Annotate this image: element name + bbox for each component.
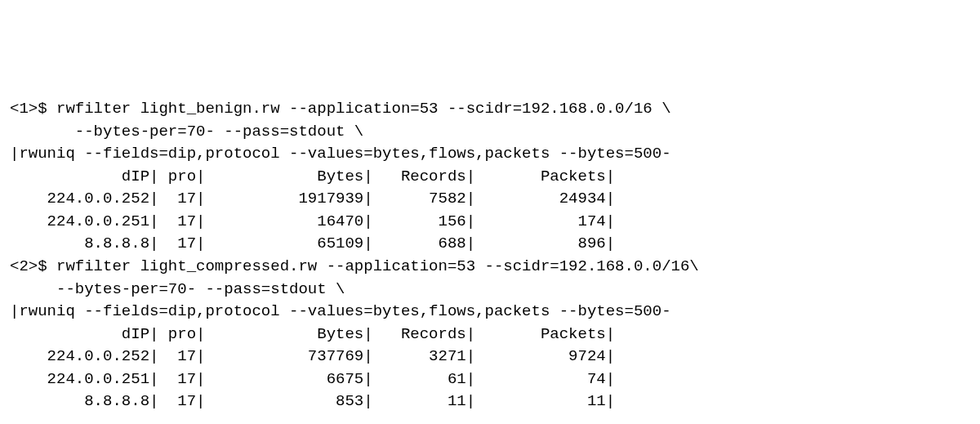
command-line-2-1: --bytes-per=70- --pass=stdout \ bbox=[10, 279, 970, 301]
command-line-1-0: <1>$ rwfilter light_benign.rw --applicat… bbox=[10, 98, 970, 121]
command-line-1-1: --bytes-per=70- --pass=stdout \ bbox=[10, 121, 970, 144]
command-line-2-0: <2>$ rwfilter light_compressed.rw --appl… bbox=[10, 256, 970, 279]
table-row-1-1: 224.0.0.251| 17| 16470| 156| 174| bbox=[10, 211, 970, 234]
table-header-1: dIP| pro| Bytes| Records| Packets| bbox=[10, 166, 970, 189]
command-line-2-2: |rwuniq --fields=dip,protocol --values=b… bbox=[10, 301, 970, 324]
table-row-1-0: 224.0.0.252| 17| 1917939| 7582| 24934| bbox=[10, 188, 970, 211]
table-header-2: dIP| pro| Bytes| Records| Packets| bbox=[10, 324, 970, 346]
table-row-2-2: 8.8.8.8| 17| 853| 11| 11| bbox=[10, 391, 970, 413]
table-row-1-2: 8.8.8.8| 17| 65109| 688| 896| bbox=[10, 233, 970, 256]
terminal-output: <1>$ rwfilter light_benign.rw --applicat… bbox=[10, 98, 970, 413]
table-row-2-0: 224.0.0.252| 17| 737769| 3271| 9724| bbox=[10, 346, 970, 368]
table-row-2-1: 224.0.0.251| 17| 6675| 61| 74| bbox=[10, 368, 970, 391]
command-line-1-2: |rwuniq --fields=dip,protocol --values=b… bbox=[10, 143, 970, 166]
